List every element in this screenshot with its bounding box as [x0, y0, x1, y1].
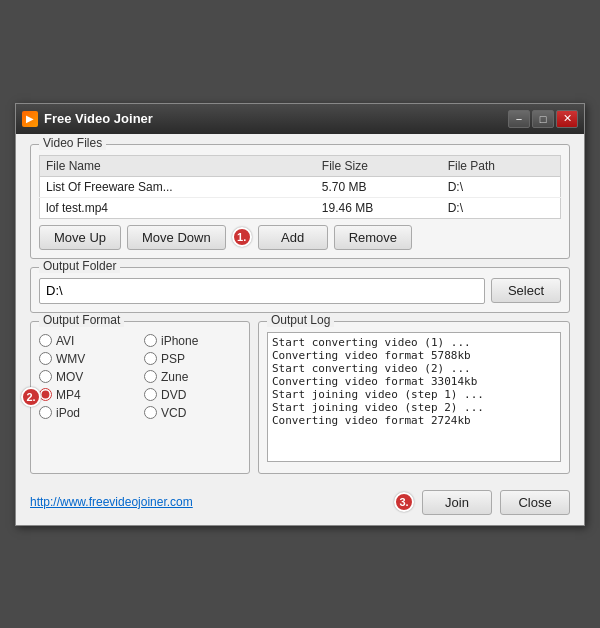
format-option-dvd[interactable]: DVD — [144, 388, 241, 402]
title-buttons: − □ ✕ — [508, 110, 578, 128]
title-bar: ▶ Free Video Joiner − □ ✕ — [16, 104, 584, 134]
add-button[interactable]: Add — [258, 225, 328, 250]
bottom-row: Output Format AVIWMVMOVMP4iPodiPhonePSPZ… — [30, 321, 570, 474]
folder-path-input[interactable] — [39, 278, 485, 304]
format-option-iphone[interactable]: iPhone — [144, 334, 241, 348]
file-table: File Name File Size File Path List Of Fr… — [39, 155, 561, 219]
main-content: Video Files File Name File Size File Pat… — [16, 134, 584, 484]
close-window-button[interactable]: ✕ — [556, 110, 578, 128]
footer-buttons: 3. Join Close — [394, 490, 570, 515]
table-row[interactable]: lof test.mp419.46 MBD:\ — [40, 197, 561, 218]
output-log-textarea[interactable] — [267, 332, 561, 462]
video-files-label: Video Files — [39, 136, 106, 150]
output-format-group: Output Format AVIWMVMOVMP4iPodiPhonePSPZ… — [30, 321, 250, 474]
format-option-mov[interactable]: MOV — [39, 370, 136, 384]
website-link[interactable]: http://www.freevideojoiner.com — [30, 495, 193, 509]
format-option-zune[interactable]: Zune — [144, 370, 241, 384]
format-option-wmv[interactable]: WMV — [39, 352, 136, 366]
footer-row: http://www.freevideojoiner.com 3. Join C… — [16, 484, 584, 525]
table-row[interactable]: List Of Freeware Sam...5.70 MBD:\ — [40, 176, 561, 197]
close-button[interactable]: Close — [500, 490, 570, 515]
app-icon: ▶ — [22, 111, 38, 127]
join-button[interactable]: Join — [422, 490, 492, 515]
move-down-button[interactable]: Move Down — [127, 225, 226, 250]
title-bar-left: ▶ Free Video Joiner — [22, 111, 153, 127]
col-filename: File Name — [40, 155, 316, 176]
step1-badge: 1. — [232, 227, 252, 247]
output-log-label: Output Log — [267, 313, 334, 327]
format-grid: AVIWMVMOVMP4iPodiPhonePSPZuneDVDVCD — [39, 334, 241, 420]
output-folder-label: Output Folder — [39, 259, 120, 273]
output-log-group: Output Log — [258, 321, 570, 474]
step2-badge: 2. — [21, 387, 41, 407]
format-option-mp4[interactable]: MP4 — [39, 388, 136, 402]
window-title: Free Video Joiner — [44, 111, 153, 126]
output-format-label: Output Format — [39, 313, 124, 327]
move-up-button[interactable]: Move Up — [39, 225, 121, 250]
output-folder-row: Select — [39, 278, 561, 304]
format-option-psp[interactable]: PSP — [144, 352, 241, 366]
remove-button[interactable]: Remove — [334, 225, 412, 250]
select-folder-button[interactable]: Select — [491, 278, 561, 303]
col-filepath: File Path — [442, 155, 561, 176]
format-option-vcd[interactable]: VCD — [144, 406, 241, 420]
minimize-button[interactable]: − — [508, 110, 530, 128]
file-buttons-row: Move Up Move Down 1. Add Remove — [39, 225, 561, 250]
step3-badge: 3. — [394, 492, 414, 512]
output-folder-group: Output Folder Select — [30, 267, 570, 313]
video-files-group: Video Files File Name File Size File Pat… — [30, 144, 570, 259]
maximize-button[interactable]: □ — [532, 110, 554, 128]
main-window: ▶ Free Video Joiner − □ ✕ Video Files Fi… — [15, 103, 585, 526]
format-option-avi[interactable]: AVI — [39, 334, 136, 348]
format-option-ipod[interactable]: iPod — [39, 406, 136, 420]
col-filesize: File Size — [316, 155, 442, 176]
